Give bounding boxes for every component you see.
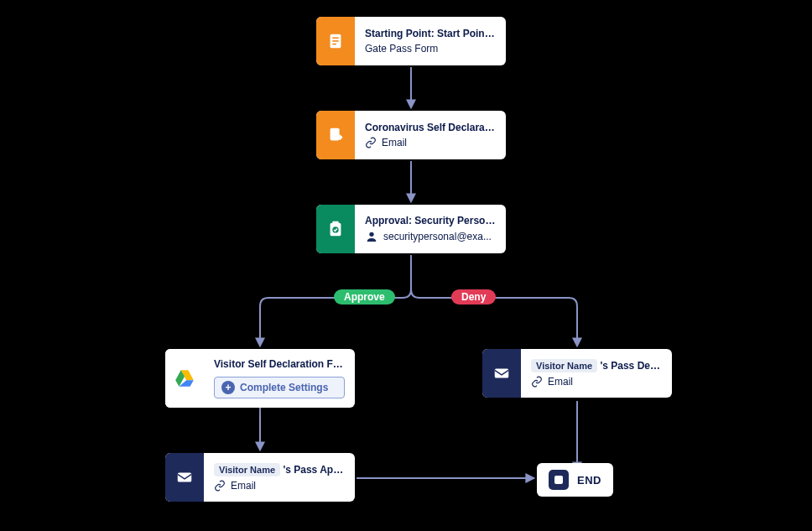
node-end[interactable]: END <box>537 463 613 497</box>
link-icon <box>531 376 543 388</box>
document-arrow-icon <box>316 111 355 159</box>
svg-rect-6 <box>332 40 338 42</box>
google-drive-icon <box>165 349 204 408</box>
envelope-icon <box>482 349 521 398</box>
node-self-declaration[interactable]: Coronavirus Self Declaration... Email <box>316 111 506 159</box>
branch-label-deny: Deny <box>451 289 496 305</box>
svg-rect-5 <box>332 37 338 39</box>
title-suffix: 's Pass Deni... <box>600 360 662 372</box>
node-subtitle: Gate Pass Form <box>365 43 496 55</box>
node-drive-files[interactable]: Visitor Self Declaration Files + Complet… <box>165 349 355 408</box>
link-label: Email <box>382 137 407 148</box>
workflow-canvas: Starting Point: Start Point: Vi... Gate … <box>0 0 812 531</box>
title-suffix: 's Pass Appr... <box>283 464 345 476</box>
approver-email: securitypersonal@exa... <box>383 231 492 242</box>
link-icon <box>365 137 377 148</box>
node-title: Coronavirus Self Declaration... <box>365 122 496 133</box>
svg-rect-8 <box>331 128 340 141</box>
plus-icon: + <box>221 381 235 394</box>
node-title: Visitor Name 's Pass Appr... <box>214 463 345 476</box>
node-title: Approval: Security Personal <box>365 215 496 226</box>
variable-chip: Visitor Name <box>531 359 597 372</box>
link-label: Email <box>231 480 256 492</box>
node-title: Visitor Self Declaration Files <box>214 358 345 370</box>
connectors <box>0 0 812 531</box>
person-icon <box>365 230 378 243</box>
variable-chip: Visitor Name <box>214 463 280 476</box>
node-starting-point[interactable]: Starting Point: Start Point: Vi... Gate … <box>316 17 506 65</box>
branch-label-approve: Approve <box>334 289 395 305</box>
svg-rect-7 <box>332 44 336 45</box>
node-approval[interactable]: Approval: Security Personal securitypers… <box>316 205 506 253</box>
node-title: Starting Point: Start Point: Vi... <box>365 28 496 39</box>
svg-point-12 <box>369 232 373 237</box>
svg-rect-14 <box>178 473 192 482</box>
svg-rect-10 <box>332 221 338 225</box>
stop-icon <box>549 470 569 490</box>
node-pass-approved[interactable]: Visitor Name 's Pass Appr... Email <box>165 453 355 502</box>
node-title: Visitor Name 's Pass Deni... <box>531 359 662 372</box>
complete-settings-button[interactable]: + Complete Settings <box>214 377 345 398</box>
end-label: END <box>577 474 601 487</box>
button-label: Complete Settings <box>240 382 328 393</box>
document-icon <box>316 17 355 65</box>
link-label: Email <box>548 376 573 388</box>
clipboard-check-icon <box>316 205 355 253</box>
envelope-icon <box>165 453 204 502</box>
svg-rect-13 <box>495 369 509 378</box>
node-pass-denied[interactable]: Visitor Name 's Pass Deni... Email <box>482 349 672 398</box>
link-icon <box>214 480 226 492</box>
svg-rect-15 <box>554 476 563 484</box>
